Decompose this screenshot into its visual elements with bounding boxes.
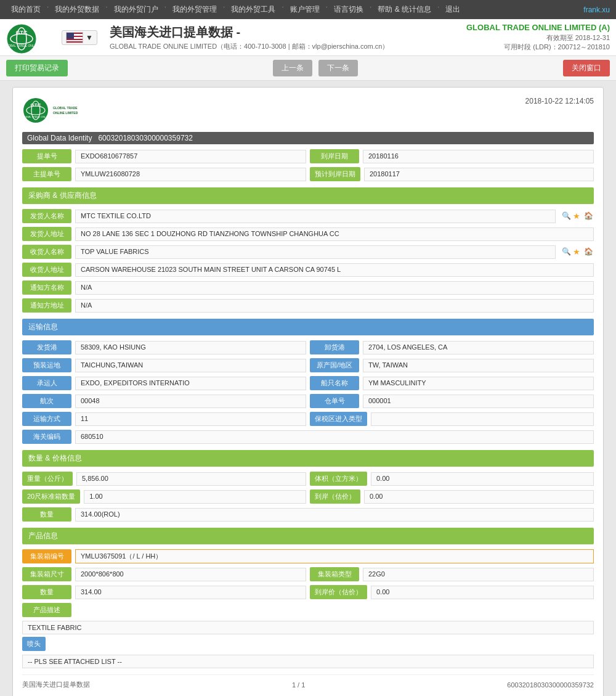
card-header: GTC GLOBAL TRADE ONLINE GLOBAL TRADE ONL… bbox=[22, 97, 594, 125]
preload-row: 预装运地 TAICHUNG,TAIWAN 原产国/地区 TW, TAIWAN bbox=[22, 358, 594, 372]
unit-price-label: 到岸价（估价） bbox=[310, 585, 367, 599]
nav-links: 我的首页 · 我的外贸数据 · 我的外贸门户 · 我的外贸管理 · 我的外贸工具… bbox=[6, 2, 465, 17]
transport-mode-group: 运输方式 11 bbox=[22, 412, 306, 426]
page-title-area: 美国海关进口提单数据 - GLOBAL TRADE ONLINE LIMITED… bbox=[110, 24, 389, 51]
customs-code-value: 680510 bbox=[75, 430, 594, 444]
notify-addr-label: 通知方地址 bbox=[22, 298, 71, 313]
weight-group: 重量（公斤） 5,856.00 bbox=[22, 472, 306, 486]
next-button-top[interactable]: 下一条 bbox=[318, 60, 358, 76]
print-button-top[interactable]: 打印贸易记录 bbox=[6, 60, 68, 76]
sender-name-value: MTC TEXTILE CO.LTD bbox=[75, 210, 556, 223]
prev-button-top[interactable]: 上一条 bbox=[273, 60, 312, 76]
load-port-value: 58309, KAO HSIUNG bbox=[75, 341, 306, 354]
preload-group: 预装运地 TAICHUNG,TAIWAN bbox=[22, 358, 306, 372]
sender-search-icon[interactable]: 🔍 bbox=[562, 211, 572, 221]
preload-label: 预装运地 bbox=[22, 358, 71, 372]
receiver-icons: 🔍 ★ 🏠 bbox=[562, 247, 594, 257]
volume-label: 体积（立方米） bbox=[310, 472, 367, 486]
container-size-row: 集装箱尺寸 2000*806*800 集装箱类型 22G0 bbox=[22, 567, 594, 581]
page-subtitle: GLOBAL TRADE ONLINE LIMITED（电话：400-710-3… bbox=[110, 42, 389, 51]
voyage-label: 航次 bbox=[22, 394, 71, 408]
bill-row: 提单号 EXDO6810677857 到岸日期 20180116 bbox=[22, 149, 594, 163]
container-id-row: 集装箱编号 YMLU3675091（/ L / HH） bbox=[22, 549, 594, 563]
nav-language[interactable]: 语言切换 bbox=[329, 2, 368, 17]
master-bill-label: 主提单号 bbox=[22, 167, 71, 181]
product-qty-group: 数量 314.00 bbox=[22, 585, 306, 599]
receiver-home-icon[interactable]: 🏠 bbox=[584, 247, 594, 257]
product-qty-label: 数量 bbox=[22, 585, 71, 599]
unit-price-group: 到岸价（估价） 0.00 bbox=[310, 585, 594, 599]
gdi-value: 60032018030300000359732 bbox=[98, 134, 193, 142]
bottom-left-text: 美国海关进口提单数据 bbox=[22, 680, 90, 689]
nav-trade-data[interactable]: 我的外贸数据 bbox=[50, 2, 104, 17]
nav-help[interactable]: 帮助 & 统计信息 bbox=[373, 2, 436, 17]
load-port-label: 发货港 bbox=[22, 340, 71, 354]
qty-value: 314.00(ROL) bbox=[75, 508, 594, 522]
container-type-label: 集装箱类型 bbox=[310, 567, 359, 581]
carrier-value: EXDO, EXPEDITORS INTERNATIO bbox=[75, 377, 306, 390]
volume-group: 体积（立方米） 0.00 bbox=[310, 472, 594, 486]
bottom-page-info: 1 / 1 bbox=[292, 681, 305, 689]
flag-selector[interactable]: ▼ bbox=[62, 30, 97, 45]
qty-row: 数量 314.00(ROL) bbox=[22, 507, 594, 522]
buyer-supplier-section: 采购商 & 供应商信息 bbox=[22, 187, 594, 204]
quantity-section: 数量 & 价格信息 bbox=[22, 450, 594, 467]
receiver-search-icon[interactable]: 🔍 bbox=[562, 247, 572, 257]
carrier-group: 承运人 EXDO, EXPEDITORS INTERNATIO bbox=[22, 376, 306, 390]
carrier-row: 承运人 EXDO, EXPEDITORS INTERNATIO 船只名称 YM … bbox=[22, 376, 594, 390]
customs-code-label: 海关编码 bbox=[22, 430, 71, 444]
us-flag-icon bbox=[66, 32, 83, 43]
std-container-group: 20尺标准箱数量 1.00 bbox=[22, 489, 306, 504]
container-id-value: YMLU3675091（/ L / HH） bbox=[75, 549, 594, 563]
weight-value: 5,856.00 bbox=[76, 472, 306, 486]
nav-logout[interactable]: 退出 bbox=[440, 2, 465, 17]
warehouse-value: 000001 bbox=[363, 395, 594, 408]
company-name: GLOBAL TRADE ONLINE LIMITED (A) bbox=[466, 23, 610, 32]
nozzle-value: -- PLS SEE ATTACHED LIST -- bbox=[22, 655, 594, 668]
action-bar-top: 打印贸易记录 上一条 下一条 关闭窗口 bbox=[0, 56, 616, 81]
nozzle-row: 喷头 bbox=[22, 637, 594, 651]
svg-text:GLOBAL TRADE ONLINE: GLOBAL TRADE ONLINE bbox=[6, 44, 40, 47]
sender-addr-label: 发货人地址 bbox=[22, 227, 71, 241]
nav-tools[interactable]: 我的外贸工具 bbox=[226, 2, 280, 17]
receiver-star-icon[interactable]: ★ bbox=[573, 247, 583, 257]
nav-home[interactable]: 我的首页 bbox=[6, 2, 46, 17]
notify-addr-row: 通知方地址 N/A bbox=[22, 298, 594, 313]
volume-value: 0.00 bbox=[371, 472, 594, 486]
sender-home-icon[interactable]: 🏠 bbox=[584, 211, 594, 221]
voyage-group: 航次 00048 bbox=[22, 394, 306, 408]
transport-mode-label: 运输方式 bbox=[22, 412, 71, 426]
receiver-name-value: TOP VALUE FABRICS bbox=[75, 245, 556, 259]
unload-port-group: 卸货港 2704, LOS ANGELES, CA bbox=[310, 340, 594, 354]
estimated-date-label: 预计到岸日期 bbox=[310, 167, 360, 181]
header-right: GLOBAL TRADE ONLINE LIMITED (A) 有效期至 201… bbox=[466, 23, 610, 52]
qty-label: 数量 bbox=[22, 507, 71, 522]
validity: 有效期至 2018-12-31 bbox=[466, 33, 610, 43]
weight-label: 重量（公斤） bbox=[22, 472, 73, 486]
voyage-row: 航次 00048 仓单号 000001 bbox=[22, 394, 594, 408]
transport-title: 运输信息 bbox=[28, 322, 58, 331]
header-left: GTC GLOBAL TRADE ONLINE ▼ 美国海关进口提单数据 - G… bbox=[6, 23, 389, 51]
nav-portal[interactable]: 我的外贸门户 bbox=[109, 2, 163, 17]
sender-star-icon[interactable]: ★ bbox=[573, 211, 583, 221]
unload-port-label: 卸货港 bbox=[310, 340, 359, 354]
receiver-addr-value: CARSON WAREHOUSE 21023 SOUTH MAIN STREET… bbox=[75, 263, 594, 277]
document-card: GTC GLOBAL TRADE ONLINE GLOBAL TRADE ONL… bbox=[12, 87, 604, 696]
nav-account[interactable]: 账户管理 bbox=[285, 2, 325, 17]
gdi-label: Global Data Identity bbox=[27, 134, 92, 142]
arrival-date-group: 到岸日期 20180116 bbox=[310, 149, 594, 163]
vessel-value: YM MASCULINITY bbox=[363, 377, 594, 390]
receiver-addr-row: 收货人地址 CARSON WAREHOUSE 21023 SOUTH MAIN … bbox=[22, 263, 594, 277]
origin-group: 原产国/地区 TW, TAIWAN bbox=[310, 358, 594, 372]
gto-logo: GTC GLOBAL TRADE ONLINE bbox=[6, 23, 55, 51]
nav-management[interactable]: 我的外贸管理 bbox=[168, 2, 222, 17]
unload-port-value: 2704, LOS ANGELES, CA bbox=[363, 341, 594, 354]
ldr: 可用时段 (LDR)：200712～201810 bbox=[466, 43, 610, 52]
receiver-name-label: 收货人名称 bbox=[22, 245, 71, 259]
receiver-name-row: 收货人名称 TOP VALUE FABRICS 🔍 ★ 🏠 bbox=[22, 245, 594, 259]
master-bill-group: 主提单号 YMLUW216080728 bbox=[22, 167, 306, 181]
top-nav: 我的首页 · 我的外贸数据 · 我的外贸门户 · 我的外贸管理 · 我的外贸工具… bbox=[0, 0, 616, 19]
close-button-top[interactable]: 关闭窗口 bbox=[563, 60, 610, 76]
weight-row: 重量（公斤） 5,856.00 体积（立方米） 0.00 bbox=[22, 472, 594, 486]
user-info: frank.xu bbox=[583, 6, 610, 14]
